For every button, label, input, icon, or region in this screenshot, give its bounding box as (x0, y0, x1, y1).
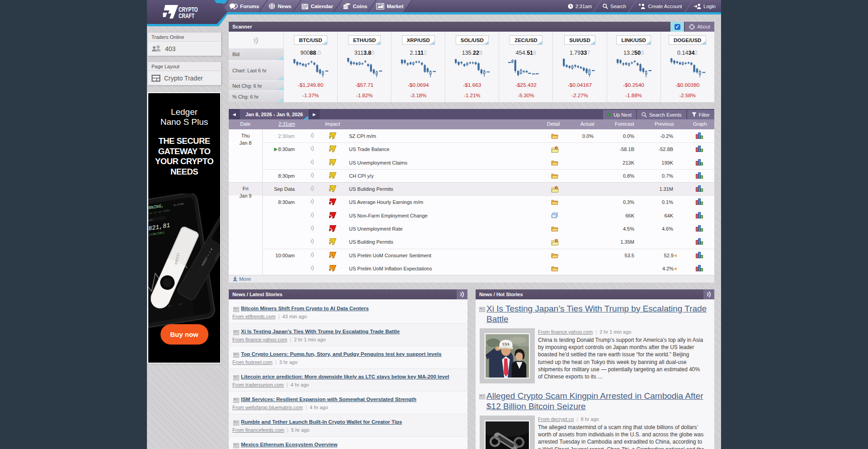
svg-text:USA: USA (502, 342, 509, 346)
